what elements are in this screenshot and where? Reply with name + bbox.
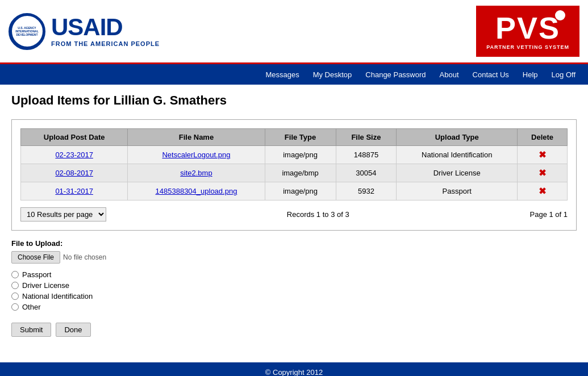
radio-text-other: Other — [22, 303, 41, 311]
table-header-row: Upload Post Date File Name File Type Fil… — [21, 129, 568, 146]
nav-bar: Messages My Desktop Change Password Abou… — [0, 64, 588, 85]
radio-label-national_identification[interactable]: National Identification — [11, 292, 577, 300]
cell-date-1[interactable]: 02-08-2017 — [21, 164, 128, 182]
results-per-page-select[interactable]: 10 Results per page25 Results per page50… — [20, 207, 106, 222]
cell-filesize-2: 5932 — [336, 182, 397, 200]
cell-filename-1[interactable]: site2.bmp — [128, 164, 265, 182]
uploads-table: Upload Post Date File Name File Type Fil… — [20, 128, 568, 200]
upload-label: File to Upload: — [11, 239, 577, 248]
copyright-text: © Copyright 2012 — [265, 368, 323, 376]
usaid-seal: U.S. AGENCYINTERNATIONALDEVELOPMENT — [9, 13, 45, 50]
pvs-dot-decoration — [555, 10, 565, 20]
cell-date-2[interactable]: 01-31-2017 — [21, 182, 128, 200]
col-upload-post-date: Upload Post Date — [21, 129, 128, 146]
choose-file-button[interactable]: Choose File — [11, 251, 60, 264]
page-info: Page 1 of 1 — [530, 210, 568, 219]
nav-contact-us[interactable]: Contact Us — [466, 66, 516, 83]
delete-button-0[interactable]: ✖ — [518, 146, 568, 164]
col-file-name: File Name — [128, 129, 265, 146]
nav-messages[interactable]: Messages — [258, 66, 306, 83]
page-title: Upload Items for Lillian G. Smathers — [11, 93, 577, 108]
usaid-seal-inner: U.S. AGENCYINTERNATIONALDEVELOPMENT — [10, 14, 44, 48]
cell-filesize-0: 148875 — [336, 146, 397, 164]
radio-label-driver_license[interactable]: Driver License — [11, 281, 577, 290]
cell-date-0[interactable]: 02-23-2017 — [21, 146, 128, 164]
cell-filetype-0: image/png — [265, 146, 336, 164]
table-row: 02-08-2017 site2.bmp image/bmp 30054 Dri… — [21, 164, 568, 182]
radio-text-driver_license: Driver License — [22, 281, 69, 290]
cell-uploadtype-2: Passport — [397, 182, 518, 200]
table-container: Upload Post Date File Name File Type Fil… — [11, 119, 577, 231]
pvs-title: PVS — [495, 12, 560, 43]
nav-change-password[interactable]: Change Password — [358, 66, 432, 83]
cell-filename-0[interactable]: NetscalerLogout.png — [128, 146, 265, 164]
col-file-type: File Type — [265, 129, 336, 146]
upload-type-radio-group: Passport Driver License National Identif… — [11, 270, 577, 311]
cell-uploadtype-1: Driver License — [397, 164, 518, 182]
cell-filetype-1: image/bmp — [265, 164, 336, 182]
radio-driver_license[interactable] — [11, 282, 19, 289]
nav-my-desktop[interactable]: My Desktop — [306, 66, 359, 83]
cell-filesize-1: 30054 — [336, 164, 397, 182]
delete-button-2[interactable]: ✖ — [518, 182, 568, 200]
radio-label-other[interactable]: Other — [11, 303, 577, 311]
file-chosen-text: No file chosen — [63, 253, 106, 261]
pvs-subtitle: PARTNER VETTING SYSTEM — [486, 44, 569, 50]
col-file-size: File Size — [336, 129, 397, 146]
radio-passport[interactable] — [11, 271, 19, 278]
logo-section: U.S. AGENCYINTERNATIONALDEVELOPMENT USAI… — [9, 13, 160, 50]
page-footer: © Copyright 2012 — [0, 362, 588, 376]
cell-filename-2[interactable]: 1485388304_upload.png — [128, 182, 265, 200]
radio-other[interactable] — [11, 303, 19, 311]
radio-national_identification[interactable] — [11, 293, 19, 300]
table-row: 02-23-2017 NetscalerLogout.png image/png… — [21, 146, 568, 164]
col-delete: Delete — [518, 129, 568, 146]
cell-filetype-2: image/png — [265, 182, 336, 200]
table-row: 01-31-2017 1485388304_upload.png image/p… — [21, 182, 568, 200]
page-header: U.S. AGENCYINTERNATIONALDEVELOPMENT USAI… — [0, 0, 588, 64]
page-content: Upload Items for Lillian G. Smathers Upl… — [0, 85, 588, 345]
radio-label-passport[interactable]: Passport — [11, 270, 577, 279]
radio-text-national_identification: National Identification — [22, 292, 93, 300]
usaid-text-logo: USAID FROM THE AMERICAN PEOPLE — [51, 15, 160, 47]
nav-help[interactable]: Help — [516, 66, 545, 83]
col-upload-type: Upload Type — [397, 129, 518, 146]
usaid-subtitle: FROM THE AMERICAN PEOPLE — [51, 40, 160, 47]
pvs-logo: PVS PARTNER VETTING SYSTEM — [476, 6, 579, 57]
cell-uploadtype-0: National Identification — [397, 146, 518, 164]
done-button[interactable]: Done — [56, 323, 90, 337]
nav-about[interactable]: About — [433, 66, 466, 83]
submit-button[interactable]: Submit — [11, 323, 51, 337]
delete-button-1[interactable]: ✖ — [518, 164, 568, 182]
upload-section: File to Upload: Choose File No file chos… — [11, 239, 577, 311]
radio-text-passport: Passport — [22, 270, 51, 279]
file-input-row: Choose File No file chosen — [11, 251, 577, 264]
nav-log-off[interactable]: Log Off — [545, 66, 582, 83]
action-buttons: Submit Done — [11, 323, 577, 337]
records-info: Records 1 to 3 of 3 — [287, 210, 349, 219]
usaid-title: USAID — [51, 15, 160, 39]
pagination-row: 10 Results per page25 Results per page50… — [20, 207, 568, 222]
results-per-page[interactable]: 10 Results per page25 Results per page50… — [20, 207, 106, 222]
